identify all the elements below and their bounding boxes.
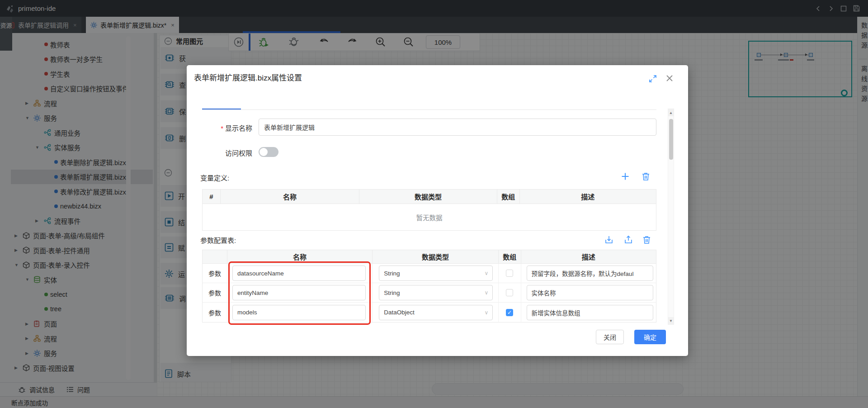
param-desc-input[interactable] (527, 266, 653, 281)
param-type-select-cell: String∨ (373, 264, 498, 283)
table-header-cell: 数组 (499, 250, 521, 263)
array-checkbox[interactable] (506, 270, 513, 277)
chevron-down-icon: ∨ (484, 309, 488, 316)
variables-section-label: 变量定义: (200, 173, 229, 182)
table-header-cell: 名称 (221, 190, 359, 204)
display-name-input[interactable] (259, 119, 656, 136)
param-type-select-cell: DataObject∨ (373, 303, 498, 322)
table-header-cell: 数据类型 (373, 250, 498, 263)
param-type-cell: 参数 (203, 303, 227, 322)
display-name-label: *显示名称 (196, 123, 252, 133)
data-type-select[interactable]: String∨ (379, 266, 493, 281)
param-name-input[interactable] (232, 305, 366, 320)
table-header-cell: 数组 (497, 190, 520, 204)
table-header-cell: 名称 (227, 250, 373, 263)
param-desc-input[interactable] (527, 285, 653, 300)
param-type-select-cell: String∨ (373, 283, 498, 302)
add-variable-icon[interactable] (621, 172, 630, 181)
param-array-cell: ✓ (499, 303, 521, 322)
table-row: 参数DataObject∨✓ (203, 303, 656, 322)
param-name-input[interactable] (232, 266, 366, 281)
param-desc-cell (521, 303, 656, 322)
app-window: primeton-ide 输入关键字搜索 表单扩展逻辑调用 × 表单新增扩展逻辑… (0, 0, 868, 408)
chevron-down-icon: ∨ (484, 270, 488, 276)
param-array-cell (499, 264, 521, 283)
import-params-icon[interactable] (604, 235, 613, 244)
table-row: 参数String∨ (203, 264, 656, 283)
required-asterisk: * (221, 124, 223, 132)
table-header-cell (203, 250, 227, 263)
table-header-cell: 描述 (520, 190, 656, 204)
param-desc-cell (521, 283, 656, 302)
dialog-tab-divider (202, 109, 656, 110)
chevron-down-icon: ∨ (484, 289, 488, 296)
dialog-title: 表单新增扩展逻辑.bizx属性设置 (194, 71, 302, 83)
fullscreen-icon[interactable] (649, 75, 657, 83)
access-toggle[interactable] (259, 147, 278, 157)
table-header-row: 名称数据类型数组描述 (203, 250, 656, 264)
data-type-select[interactable]: DataObject∨ (379, 305, 493, 320)
delete-param-icon[interactable] (642, 235, 651, 244)
param-name-cell (227, 264, 373, 283)
param-desc-cell (521, 264, 656, 283)
table-header-cell: # (203, 190, 221, 204)
table-header-cell: 数据类型 (359, 190, 497, 204)
param-name-input[interactable] (232, 285, 366, 300)
select-value: String (384, 270, 400, 277)
properties-dialog: 表单新增扩展逻辑.bizx属性设置 *显示名称 访问权限 变量定义: #名称数据… (187, 65, 688, 356)
delete-variable-icon[interactable] (642, 172, 650, 181)
toggle-knob (259, 148, 268, 156)
param-desc-input[interactable] (527, 305, 653, 320)
scroll-thumb[interactable] (669, 119, 673, 160)
close-button[interactable]: 关闭 (596, 330, 624, 344)
scroll-up-icon[interactable]: ▲ (668, 109, 674, 116)
scroll-down-icon[interactable]: ▼ (668, 317, 674, 324)
array-checkbox[interactable] (506, 289, 513, 296)
close-icon[interactable] (665, 74, 674, 83)
table-header-row: #名称数据类型数组描述 (203, 190, 656, 204)
access-label: 访问权限 (196, 148, 252, 157)
variables-table: #名称数据类型数组描述暂无数据 (202, 189, 656, 231)
param-array-cell (499, 283, 521, 302)
param-name-cell (227, 283, 373, 302)
dialog-scrollbar[interactable]: ▲ ▼ (668, 109, 674, 325)
data-type-select[interactable]: String∨ (379, 285, 493, 300)
select-value: DataObject (384, 309, 415, 316)
ok-button[interactable]: 确定 (634, 330, 666, 344)
table-empty-text: 暂无数据 (203, 204, 656, 230)
table-header-cell: 描述 (521, 250, 656, 263)
array-checkbox[interactable]: ✓ (506, 309, 513, 316)
export-params-icon[interactable] (624, 235, 633, 244)
params-section-label: 参数配置表: (200, 235, 236, 245)
table-row: 参数String∨ (203, 283, 656, 303)
param-type-cell: 参数 (203, 264, 227, 283)
select-value: String (384, 289, 400, 296)
param-name-cell (227, 303, 373, 322)
param-type-cell: 参数 (203, 283, 227, 302)
params-table: 名称数据类型数组描述参数String∨参数String∨参数DataObject… (202, 250, 656, 323)
